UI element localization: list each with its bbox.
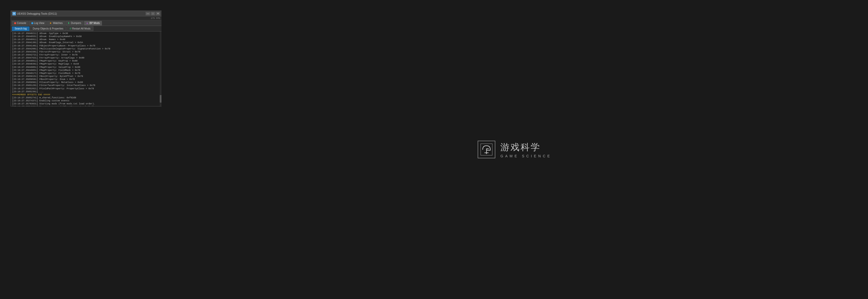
- log-line: [23:16:27.35041481] FObjectPropertyBase:…: [12, 44, 161, 47]
- fps-counter: 175 FPS: [151, 17, 160, 20]
- log-line: [23:16:27.35052021] FFieldPathProperty: …: [12, 87, 161, 90]
- log-line: [23:16:27.35050151] FBoolProperty: ByteO…: [12, 75, 161, 78]
- log-line: ####MEMBER OFFSETS END #####: [12, 93, 161, 96]
- sub-tab-dump-objects[interactable]: Dump Objects & Properties: [30, 27, 66, 31]
- log-line: [23:16:27.35040551] UEnum: EnumDisplayNa…: [12, 35, 161, 38]
- log-content[interactable]: [23:16:27.35040211] UEnum: CppType > 0x3…: [11, 32, 162, 106]
- log-line: [23:16:27.35274371] Enabling custom even…: [12, 99, 161, 102]
- log-line: [23:16:27.35050961] FClassProperty: Meta…: [12, 81, 161, 84]
- window-title: UE4SS Debugging Tools (DX11): [17, 12, 57, 15]
- log-line: [23:16:27.35042721] FArrayProperty: Inne…: [12, 54, 161, 57]
- sub-tab-restart-mods[interactable]: ↺ Restart All Mods: [67, 27, 93, 31]
- close-button[interactable]: ✕: [156, 12, 160, 15]
- log-line: [23:16:27.35042081] FMulticastDelegatePr…: [12, 47, 161, 51]
- log-lines: [23:16:27.35040211] UEnum: CppType > 0x3…: [12, 32, 161, 106]
- tab-dumpers[interactable]: ⬇ Dumpers: [65, 21, 84, 26]
- game-science-logo: 游戏科学 GAME SCIENCE: [478, 141, 552, 158]
- log-line: [23:16:27.35051291] FInterfaceProperty: …: [12, 84, 161, 87]
- console-tab-label: Console: [17, 22, 26, 25]
- log-line: [23:16:27.35050581] FBoolProperty: Enum …: [12, 78, 161, 81]
- logo-icon-box: [478, 141, 495, 158]
- tab-console[interactable]: Console: [12, 21, 29, 26]
- log-view-tab-dot: [31, 22, 33, 24]
- log-line: [23:16:27.35048011] FMapProperty: KeyPro…: [12, 60, 161, 63]
- log-line: [23:16:27.35047631] FArrayProperty: Arra…: [12, 57, 161, 60]
- logo-text-block: 游戏科学 GAME SCIENCE: [500, 141, 552, 158]
- dumpers-tab-label: Dumpers: [71, 22, 81, 25]
- log-line: [23:16:27.35041301] UEnum: EnumFlags_Int…: [12, 41, 161, 44]
- log-line: [23:16:27.35049171] FMapProperty: FieldM…: [12, 72, 161, 75]
- log-line: [23:16:27.35048361] FMapProperty: MapFla…: [12, 63, 161, 66]
- log-line: [23:16:27.35049051] FMapProperty: FieldM…: [12, 69, 161, 72]
- log-view-tab-label: Log View: [34, 22, 44, 25]
- log-line: [23:16:27.35052361] ...: [12, 90, 161, 93]
- log-line: [23:16:27.35740391] Starting Lua mod 'Ch…: [12, 105, 161, 106]
- watches-tab-label: Watches: [53, 22, 63, 25]
- bp-mods-icon: ◈: [86, 22, 88, 25]
- log-line: [23:16:27.35040211] UEnum: CppType > 0x3…: [12, 32, 161, 35]
- tab-log-view[interactable]: Log View: [29, 21, 47, 26]
- sub-tab-bar: Search log Dump Objects & Properties ↺ R…: [11, 26, 162, 32]
- logo-svg: [480, 143, 493, 156]
- maximize-button[interactable]: □: [151, 12, 155, 15]
- log-line: [23:16:27.35049051] FMapProperty: ValueP…: [12, 66, 161, 69]
- watches-icon: ★: [50, 22, 52, 25]
- title-bar-controls: — □ ✕: [146, 12, 160, 15]
- minimize-button[interactable]: —: [146, 12, 150, 15]
- log-line: [23:16:27.35043381] FStructProperty: Str…: [12, 51, 161, 54]
- log-line: [23:16:27.35052741] m_shared_functions: …: [12, 96, 161, 99]
- sub-tab-search-log[interactable]: Search log: [12, 27, 30, 31]
- tab-bp-mods[interactable]: ◈ BP Mods: [84, 21, 102, 26]
- right-panel: 游戏科学 GAME SCIENCE: [161, 0, 868, 299]
- logo-english-text: GAME SCIENCE: [500, 154, 552, 158]
- log-line: [23:16:27.35040911] UEnum: Names > 0x40: [12, 38, 161, 41]
- title-bar: U UE4SS Debugging Tools (DX11) — □ ✕: [11, 11, 162, 16]
- bp-mods-tab-label: BP Mods: [90, 22, 100, 25]
- dump-objects-label: Dump Objects & Properties: [33, 27, 63, 30]
- logo-chinese-text: 游戏科学: [500, 141, 552, 154]
- ue4ss-window: U UE4SS Debugging Tools (DX11) — □ ✕ 175…: [10, 10, 162, 106]
- restart-icon: ↺: [69, 27, 71, 30]
- log-line: [23:16:27.35703031] Starting mods (from …: [12, 102, 161, 105]
- app-icon: U: [12, 12, 16, 15]
- fps-bar: 175 FPS: [11, 16, 162, 21]
- console-tab-dot: [14, 22, 16, 24]
- tab-watches[interactable]: ★ Watches: [47, 21, 65, 26]
- dumpers-icon: ⬇: [68, 22, 70, 25]
- search-log-label: Search log: [14, 27, 27, 30]
- restart-mods-label: Restart All Mods: [72, 27, 91, 30]
- title-bar-left: U UE4SS Debugging Tools (DX11): [12, 12, 57, 15]
- tab-bar: Console Log View ★ Watches ⬇ Dumpers ◈ B…: [11, 21, 162, 26]
